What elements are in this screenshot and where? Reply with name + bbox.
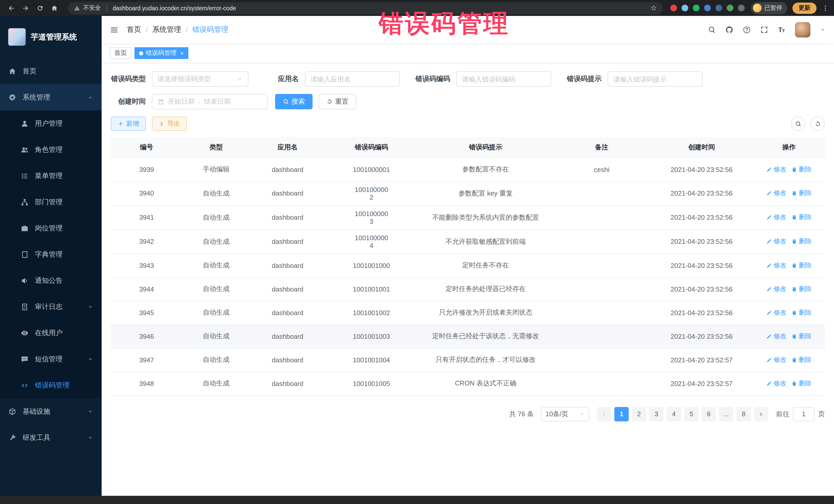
- search-icon[interactable]: [708, 26, 716, 34]
- cell-message: 不允许获取敏感配置到前端: [418, 229, 553, 254]
- sidebar-item-home[interactable]: 首页: [0, 58, 102, 84]
- date-range-picker[interactable]: 开始日期 - 结束日期: [152, 94, 268, 109]
- next-page-button[interactable]: [754, 407, 768, 421]
- app-name-input[interactable]: [305, 71, 400, 87]
- delete-link[interactable]: 删除: [792, 237, 812, 246]
- delete-link[interactable]: 删除: [792, 285, 812, 293]
- page-button-8[interactable]: 8: [737, 407, 751, 421]
- cell-remark: [553, 277, 650, 301]
- back-icon[interactable]: [5, 2, 18, 14]
- sidebar-item-users[interactable]: 用户管理: [0, 110, 102, 136]
- sidebar-item-dictionaries[interactable]: 字典管理: [0, 241, 102, 267]
- page-button-5[interactable]: 5: [684, 407, 699, 421]
- delete-link[interactable]: 删除: [792, 213, 812, 222]
- page-button-1[interactable]: 1: [614, 407, 629, 421]
- extension-green-check-icon[interactable]: [693, 5, 699, 11]
- close-icon[interactable]: ×: [180, 50, 184, 56]
- edit-link[interactable]: 修改: [767, 379, 787, 388]
- sidebar-item-departments[interactable]: 部门管理: [0, 189, 102, 215]
- reload-icon[interactable]: [34, 2, 46, 14]
- sidebar-item-positions[interactable]: 岗位管理: [0, 215, 102, 241]
- bookmark-star-icon[interactable]: [650, 5, 657, 11]
- edit-link[interactable]: 修改: [767, 285, 787, 293]
- page-button-6[interactable]: 6: [702, 407, 716, 421]
- app-logo[interactable]: 芋道管理系统: [0, 16, 102, 58]
- error-code-input[interactable]: [456, 71, 551, 87]
- page-size-select[interactable]: 10条/页: [541, 407, 589, 421]
- extension-leaf-icon[interactable]: [726, 5, 733, 11]
- prev-page-button[interactable]: [597, 407, 611, 421]
- pagination: 共 76 条 10条/页 123456...8 前往 页: [111, 407, 825, 421]
- breadcrumb-item[interactable]: 系统管理: [152, 25, 181, 35]
- extension-pin-icon[interactable]: [738, 5, 744, 11]
- edit-link[interactable]: 修改: [767, 165, 787, 174]
- extension-blue-stats-icon[interactable]: [704, 5, 710, 11]
- forward-icon[interactable]: [20, 2, 32, 14]
- extension-drop-icon[interactable]: [681, 5, 688, 11]
- error-hint-input[interactable]: [608, 71, 703, 87]
- sidebar-item-error-codes[interactable]: 错误码管理: [0, 372, 102, 398]
- page-button-4[interactable]: 4: [667, 407, 681, 421]
- extension-onetab-icon[interactable]: [715, 5, 722, 11]
- search-button[interactable]: 搜索: [275, 94, 312, 109]
- tab-error-code[interactable]: 错误码管理×: [134, 47, 188, 59]
- pencil-icon: [767, 191, 772, 196]
- sidebar-item-notices[interactable]: 通知公告: [0, 267, 102, 293]
- fullscreen-icon[interactable]: [760, 26, 768, 34]
- refresh-table-button[interactable]: [810, 116, 825, 131]
- export-button[interactable]: 导出: [152, 116, 187, 131]
- help-icon[interactable]: [743, 26, 751, 34]
- edit-link[interactable]: 修改: [767, 332, 787, 341]
- font-size-icon[interactable]: [777, 26, 786, 34]
- edit-link[interactable]: 修改: [767, 213, 787, 222]
- error-type-select[interactable]: 请选择错误码类型: [152, 71, 248, 87]
- edit-link[interactable]: 修改: [767, 189, 787, 198]
- megaphone-icon: [21, 277, 29, 285]
- cell-id: 3944: [111, 277, 182, 301]
- toggle-search-button[interactable]: [791, 116, 805, 131]
- breadcrumb-item[interactable]: 首页: [127, 25, 141, 35]
- sidebar-item-online-users[interactable]: 在线用户: [0, 320, 102, 346]
- user-avatar[interactable]: [795, 22, 810, 38]
- github-icon[interactable]: [725, 26, 733, 34]
- cell-id: 3947: [111, 348, 182, 372]
- delete-link[interactable]: 删除: [792, 379, 812, 388]
- page-button-3[interactable]: 3: [649, 407, 664, 421]
- sidebar-item-audit-logs[interactable]: 审计日志: [0, 293, 102, 320]
- edit-link[interactable]: 修改: [767, 261, 787, 270]
- goto-page-input[interactable]: [793, 407, 814, 421]
- delete-link[interactable]: 删除: [792, 165, 812, 174]
- op-label: 修改: [774, 379, 787, 388]
- sidebar-item-sms[interactable]: 短信管理: [0, 346, 102, 372]
- add-button[interactable]: 新增: [111, 116, 146, 131]
- page-button-2[interactable]: 2: [632, 407, 646, 421]
- sidebar-item-roles[interactable]: 角色管理: [0, 136, 102, 163]
- pencil-icon: [767, 380, 772, 386]
- edit-link[interactable]: 修改: [767, 308, 787, 317]
- extension-red-icon[interactable]: [670, 5, 677, 11]
- browser-profile-chip[interactable]: 已暂停: [751, 2, 787, 14]
- table-toolbar: 新增 导出: [111, 116, 825, 131]
- page-ellipsis[interactable]: ...: [719, 407, 733, 421]
- sidebar-item-system[interactable]: 系统管理: [0, 84, 102, 110]
- delete-link[interactable]: 删除: [792, 189, 812, 198]
- chevron-down-icon[interactable]: [820, 27, 826, 33]
- tab-home[interactable]: 首页: [110, 47, 131, 59]
- hamburger-icon[interactable]: [110, 25, 118, 34]
- cell-time: 2021-04-20 23:52:56: [650, 181, 753, 205]
- edit-link[interactable]: 修改: [767, 237, 787, 246]
- browser-menu-icon[interactable]: [822, 4, 829, 12]
- sidebar-item-dev-tools[interactable]: 研发工具: [0, 424, 102, 451]
- delete-link[interactable]: 删除: [792, 261, 812, 270]
- delete-link[interactable]: 删除: [792, 332, 812, 341]
- cell-time: 2021-04-20 23:52:56: [650, 158, 753, 181]
- browser-update-button[interactable]: 更新: [792, 2, 816, 14]
- address-bar[interactable]: 不安全 | dashboard.yudao.iocoder.cn/system/…: [68, 2, 663, 14]
- delete-link[interactable]: 删除: [792, 308, 812, 317]
- reset-button[interactable]: 重置: [319, 94, 356, 109]
- sidebar-item-infrastructure[interactable]: 基础设施: [0, 398, 102, 424]
- delete-link[interactable]: 删除: [792, 355, 812, 364]
- sidebar-item-menus[interactable]: 菜单管理: [0, 163, 102, 189]
- browser-home-icon[interactable]: [48, 2, 61, 14]
- edit-link[interactable]: 修改: [767, 355, 787, 364]
